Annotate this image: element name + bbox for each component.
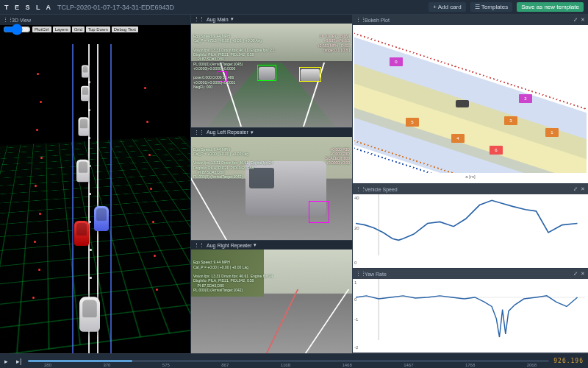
panel-bokeh[interactable]: ⋮⋮Bokeh Plot ⤢ ✕ 0 2 1 3 4 xyxy=(353,15,588,184)
panel-camera-left-repeater[interactable]: ⋮⋮Aug Left Repeater▾ Ego Speed: 9.44 MPH… xyxy=(191,128,352,241)
chip-debug[interactable]: Debug Text xyxy=(112,26,138,32)
timeline-ticks: 28037057586711681468146717682068 xyxy=(44,363,537,367)
expand-icon[interactable]: ⤢ xyxy=(573,17,578,23)
right-column: ⋮⋮Bokeh Plot ⤢ ✕ 0 2 1 3 4 xyxy=(353,15,588,353)
det-1: 1 xyxy=(545,128,559,137)
det-6: 6 xyxy=(490,146,503,155)
grip-icon[interactable]: ⋮⋮ xyxy=(356,17,362,23)
car-lead-1 xyxy=(76,160,90,183)
camera-right-title: Aug Right Repeater xyxy=(207,243,251,248)
car-adjacent-blue xyxy=(94,206,109,231)
chevron-down-icon[interactable]: ▾ xyxy=(251,130,254,135)
panel-vehicle-speed[interactable]: ⋮⋮Vehicle Speed⤢✕ 40 20 0 xyxy=(353,184,588,269)
expand-icon[interactable]: ⤢ xyxy=(573,271,578,277)
bokeh-title: Bokeh Plot xyxy=(365,18,390,23)
grip-icon[interactable]: ⋮⋮ xyxy=(356,271,362,277)
camera-column: ⋮⋮Aug Main▾ Ego Speed: 9.44 MPH Cal_P = … xyxy=(191,15,353,353)
tesla-logo: T E S L A xyxy=(4,4,53,11)
bokeh-canvas[interactable]: 0 2 1 3 4 5 6 xyxy=(354,25,587,173)
car-lead-2 xyxy=(79,117,90,136)
bokeh-xlabel: a [m] xyxy=(360,174,581,182)
step-button[interactable]: ▸| xyxy=(16,358,24,365)
play-button[interactable]: ▸ xyxy=(4,358,12,365)
expand-icon[interactable]: ⤢ xyxy=(573,186,578,192)
add-card-button[interactable]: + Add card xyxy=(429,2,465,12)
chip-grid[interactable]: Grid xyxy=(72,26,85,32)
panel-camera-main[interactable]: ⋮⋮Aug Main▾ Ego Speed: 9.44 MPH Cal_P = … xyxy=(191,15,352,128)
chip-plotctrl[interactable]: PlotCtrl xyxy=(32,26,51,32)
grip-icon[interactable]: ⋮⋮ xyxy=(3,17,9,23)
clip-id: TCLP-2020-01-07-17-34-31-EDE6943D xyxy=(57,4,174,11)
close-icon[interactable]: ✕ xyxy=(581,17,585,23)
panel-3d-title: 3D View xyxy=(12,18,31,23)
car-lead-4 xyxy=(82,66,89,78)
grip-icon[interactable]: ⋮⋮ xyxy=(356,186,362,192)
yaw-title: Yaw Rate xyxy=(365,272,387,277)
det-4: 4 xyxy=(451,134,465,143)
det-5: 5 xyxy=(406,118,419,127)
timeline-track[interactable] xyxy=(28,360,549,362)
overlay-main-right: Lf 0.0 P.O (SUV) +0.937 mPb:6.5 +2.553 M… xyxy=(318,34,350,52)
camera-main-title: Aug Main xyxy=(207,17,229,22)
panel-3d-toolbar: PlotCtrl Layers Grid Top Down Debug Text xyxy=(3,26,138,32)
templates-button[interactable]: ☰ Templates xyxy=(470,2,513,12)
close-icon[interactable]: ✕ xyxy=(581,271,585,277)
save-template-button[interactable]: Save as new template xyxy=(517,2,584,12)
chevron-down-icon[interactable]: ▾ xyxy=(231,16,234,22)
panel-yaw-rate[interactable]: ⋮⋮Yaw Rate⤢✕ 1 0 -1 -2 xyxy=(353,269,588,353)
car-adjacent-red xyxy=(74,221,89,246)
det-0: 0 xyxy=(390,57,403,66)
grip-icon[interactable]: ⋮⋮ xyxy=(194,16,204,22)
car-lead-3 xyxy=(81,86,90,101)
top-bar: T E S L A TCLP-2020-01-07-17-34-31-EDE69… xyxy=(0,0,588,15)
det-3: 3 xyxy=(504,116,517,125)
grip-icon[interactable]: ⋮⋮ xyxy=(194,130,204,135)
speed-chart xyxy=(356,194,585,255)
det-2: 2 xyxy=(519,94,532,103)
yaw-chart xyxy=(356,279,585,340)
panel-3d-view[interactable]: ⋮⋮ 3D View PlotCtrl Layers Grid Top Down… xyxy=(0,15,191,353)
car-ego xyxy=(79,297,100,332)
speed-title: Vehicle Speed xyxy=(365,187,398,192)
chip-topdown[interactable]: Top Down xyxy=(86,26,110,32)
timeline: ▸ ▸| 926.196 280370575867116814681467176… xyxy=(0,353,588,368)
panel-camera-right-repeater[interactable]: ⋮⋮Aug Right Repeater▾ Ego Speed: 9.44 MP… xyxy=(191,241,352,353)
chevron-down-icon[interactable]: ▾ xyxy=(254,242,257,248)
main-area: ⋮⋮ 3D View PlotCtrl Layers Grid Top Down… xyxy=(0,15,588,353)
overlay-right-left: Ego Speed: 9.44 MPH Cal_P = +0.00 | +0.0… xyxy=(193,260,350,292)
bbox-van-wheel xyxy=(309,201,329,223)
timeline-progress xyxy=(28,360,132,362)
frame-counter: 926.196 xyxy=(553,358,584,364)
camera-left-title: Aug Left Repeater xyxy=(207,130,248,135)
grip-icon[interactable]: ⋮⋮ xyxy=(194,242,204,248)
chip-layers[interactable]: Layers xyxy=(53,26,71,32)
panel-3d-slider[interactable] xyxy=(3,26,31,32)
overlay-left-right: +0.000 P3D +0.000 P3D SCALED/H800 +0.000… xyxy=(326,147,350,166)
close-icon[interactable]: ✕ xyxy=(581,186,585,192)
scene-3d[interactable] xyxy=(0,15,190,353)
